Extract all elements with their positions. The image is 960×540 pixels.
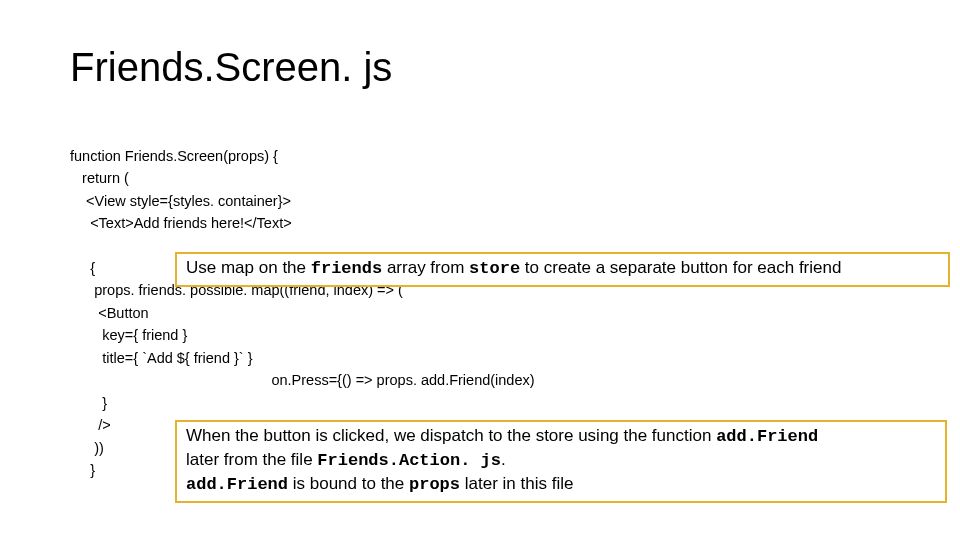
callout-text: to create a separate button for each fri… [520,258,841,277]
callout-text: later from the file [186,450,317,469]
callout-text: Use map on the [186,258,311,277]
code-line: <View style={styles. container}> [70,190,535,212]
callout-text: later in this file [460,474,573,493]
callout-code: add.Friend [716,427,818,446]
callout-text: . [501,450,506,469]
code-line: on.Press={() => props. add.Friend(index) [70,369,535,391]
code-line: <Text>Add friends here!</Text> [70,212,535,234]
callout-code: props [409,475,460,494]
callout-map-friends: Use map on the friends array from store … [175,252,950,287]
callout-code: store [469,259,520,278]
code-line: function Friends.Screen(props) { [70,145,535,167]
callout-dispatch: When the button is clicked, we dispatch … [175,420,947,503]
callout-code: Friends.Action. js [317,451,501,470]
code-line: title={ `Add ${ friend }` } [70,347,535,369]
callout-text: When the button is clicked, we dispatch … [186,426,716,445]
code-line: key={ friend } [70,324,535,346]
code-line: <Button [70,302,535,324]
code-line: return ( [70,167,535,189]
code-line: } [70,392,535,414]
slide-title: Friends.Screen. js [70,45,392,90]
callout-code: add.Friend [186,475,288,494]
callout-code: friends [311,259,382,278]
callout-text: is bound to the [288,474,409,493]
callout-text: array from [382,258,469,277]
